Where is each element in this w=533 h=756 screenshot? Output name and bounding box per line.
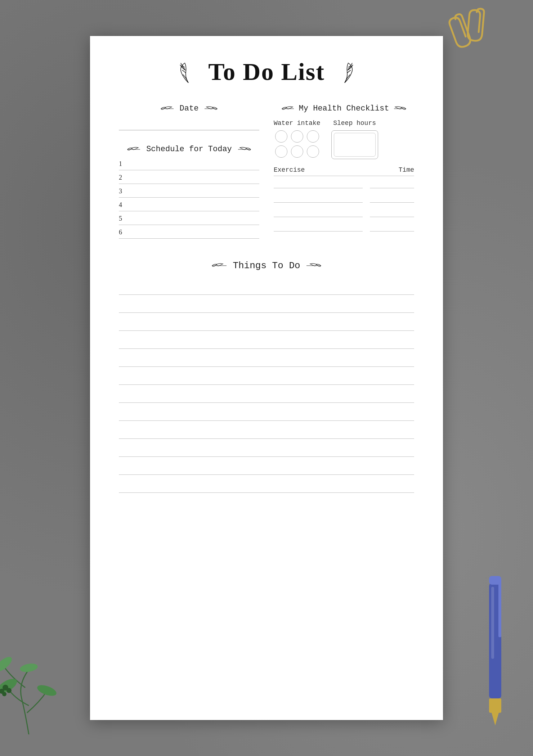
exercise-field-2[interactable] (274, 195, 363, 203)
things-section: Things To Do (119, 260, 414, 493)
health-leaf-right-icon (393, 105, 408, 112)
sleep-hours-col: Sleep hours (331, 120, 378, 159)
things-line-5[interactable] (119, 350, 414, 367)
schedule-row-5: 5 (119, 215, 259, 225)
exercise-field-1[interactable] (274, 180, 363, 188)
schedule-row-1: 1 (119, 160, 259, 170)
svg-rect-9 (498, 580, 501, 637)
left-column: Date (119, 104, 259, 246)
water-circle-3[interactable] (307, 130, 319, 143)
date-leaf-right-icon (203, 105, 219, 112)
things-line-2[interactable] (119, 296, 414, 313)
schedule-number-2: 2 (119, 174, 125, 181)
time-field-1[interactable] (370, 180, 414, 188)
title-leaf-left-icon (176, 59, 201, 85)
things-line-7[interactable] (119, 386, 414, 403)
pen-decoration (479, 565, 511, 727)
paperclips-decoration (439, 7, 504, 58)
plant-decoration (0, 598, 79, 734)
time-field-3[interactable] (370, 209, 414, 217)
health-label: My Health Checklist (299, 104, 389, 113)
water-circle-2[interactable] (291, 130, 303, 143)
schedule-number-1: 1 (119, 160, 125, 168)
water-intake-label: Water intake (274, 120, 321, 127)
time-field-2[interactable] (370, 195, 414, 203)
svg-point-2 (36, 683, 58, 698)
things-leaf-left-icon (210, 262, 228, 269)
water-circle-6[interactable] (307, 145, 319, 158)
svg-rect-10 (489, 698, 501, 713)
exercise-row-2 (274, 195, 414, 204)
exercise-field-4[interactable] (274, 224, 363, 231)
things-lines (119, 278, 414, 493)
svg-rect-13 (491, 587, 494, 659)
time-field-4[interactable] (370, 224, 414, 231)
date-label: Date (180, 104, 199, 113)
things-leaf-right-icon (305, 262, 323, 269)
water-intake-col: Water intake (274, 120, 321, 159)
things-line-10[interactable] (119, 440, 414, 457)
schedule-row-6: 6 (119, 229, 259, 239)
water-circle-5[interactable] (291, 145, 303, 158)
schedule-number-6: 6 (119, 229, 125, 236)
svg-rect-12 (489, 576, 501, 585)
things-line-4[interactable] (119, 332, 414, 349)
things-line-8[interactable] (119, 404, 414, 421)
date-field[interactable] (119, 120, 259, 130)
svg-point-6 (6, 688, 12, 693)
schedule-header: Schedule for Today (119, 145, 259, 154)
health-header: My Health Checklist (274, 104, 414, 113)
right-column: My Health Checklist Water intake (274, 104, 414, 246)
svg-point-7 (2, 692, 6, 696)
time-label: Time (370, 166, 414, 174)
date-section: Date (119, 104, 259, 130)
schedule-section: Schedule for Today 1 2 (119, 145, 259, 239)
schedule-row-3: 3 (119, 188, 259, 198)
exercise-label: Exercise (274, 166, 363, 174)
schedule-row-2: 2 (119, 174, 259, 184)
exercise-row-3 (274, 209, 414, 219)
page-title: To Do List (208, 58, 325, 86)
water-circle-4[interactable] (275, 145, 287, 158)
paper-document: To Do List (90, 36, 443, 720)
date-header: Date (119, 104, 259, 113)
schedule-number-5: 5 (119, 215, 125, 222)
things-header: Things To Do (119, 260, 414, 271)
things-line-6[interactable] (119, 368, 414, 385)
svg-marker-11 (492, 713, 499, 725)
date-leaf-left-icon (159, 105, 175, 112)
things-line-9[interactable] (119, 422, 414, 439)
sleep-hours-label: Sleep hours (333, 120, 376, 127)
schedule-number-3: 3 (119, 188, 125, 195)
title-leaf-right-icon (332, 59, 357, 85)
things-line-3[interactable] (119, 314, 414, 331)
things-line-1[interactable] (119, 278, 414, 295)
svg-point-3 (19, 662, 38, 673)
health-leaf-left-icon (280, 105, 295, 112)
schedule-leaf-right-icon (236, 146, 252, 153)
exercise-row-4 (274, 224, 414, 233)
water-circle-1[interactable] (275, 130, 287, 143)
exercise-row-1 (274, 180, 414, 190)
exercise-header-row: Exercise Time (274, 166, 414, 176)
things-line-12[interactable] (119, 476, 414, 493)
schedule-number-4: 4 (119, 201, 125, 209)
schedule-leaf-left-icon (126, 146, 142, 153)
exercise-field-3[interactable] (274, 209, 363, 217)
schedule-label: Schedule for Today (146, 145, 232, 154)
sleep-hours-box[interactable] (331, 130, 378, 159)
things-line-11[interactable] (119, 458, 414, 475)
things-label: Things To Do (233, 260, 300, 271)
schedule-row-4: 4 (119, 201, 259, 211)
water-sleep-row: Water intake (274, 120, 414, 159)
title-section: To Do List (119, 58, 414, 86)
